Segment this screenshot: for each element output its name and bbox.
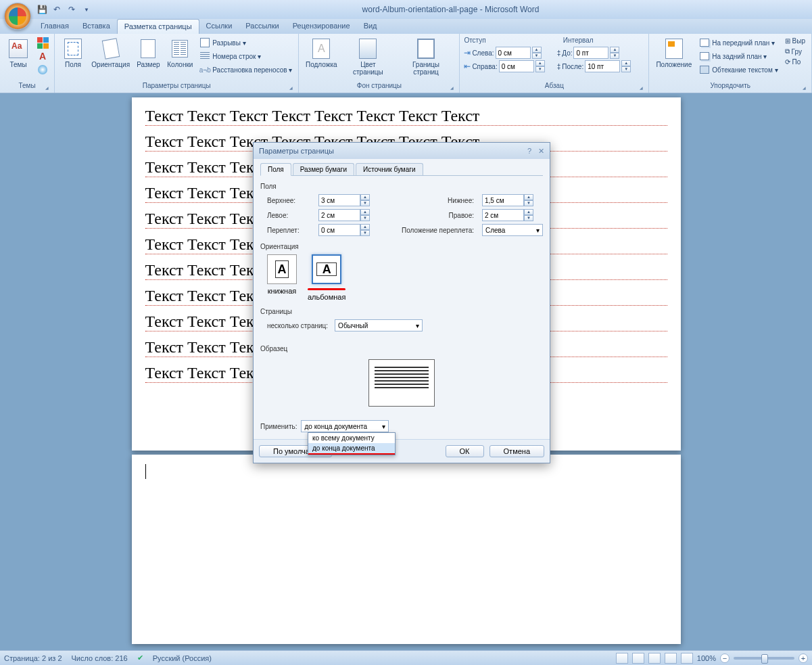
spinner-up[interactable]: ▲ <box>524 209 533 215</box>
apply-option-end-doc[interactable]: до конца документа <box>308 443 395 455</box>
apply-to-select[interactable]: до конца документа▾ <box>301 420 389 432</box>
orientation-button[interactable]: Ориентация <box>90 37 131 70</box>
align-icon: ⊞ <box>785 37 790 45</box>
view-print-layout[interactable] <box>616 653 628 664</box>
spinner-down[interactable]: ▼ <box>535 66 545 72</box>
spinner-up[interactable]: ▲ <box>610 47 619 53</box>
theme-colors-button[interactable] <box>35 37 50 49</box>
space-after-input[interactable] <box>585 60 620 72</box>
proofing-icon[interactable]: ✔ <box>137 653 143 662</box>
multi-pages-select[interactable]: Обычный▾ <box>335 319 423 331</box>
margin-left-input[interactable] <box>318 209 360 221</box>
close-icon[interactable]: ✕ <box>538 147 544 156</box>
hyphenation-button[interactable]: a¬bРасстановка переносов ▾ <box>197 64 294 76</box>
tab-page-layout[interactable]: Разметка страницы <box>117 19 199 34</box>
breaks-button[interactable]: Разрывы ▾ <box>197 37 294 49</box>
undo-icon[interactable]: ↶ <box>51 4 62 15</box>
label-bottom: Нижнее: <box>383 197 478 204</box>
view-web-layout[interactable] <box>648 653 661 664</box>
spinner-down[interactable]: ▼ <box>524 215 533 221</box>
align-button[interactable]: ⊞ Выр <box>783 37 807 45</box>
text-wrap-button[interactable]: Обтекание текстом ▾ <box>697 64 780 76</box>
themes-button[interactable]: Темы <box>4 37 32 70</box>
line-numbers-button[interactable]: Номера строк ▾ <box>197 50 294 62</box>
spinner-down[interactable]: ▼ <box>610 53 619 59</box>
tab-review[interactable]: Рецензирование <box>286 19 357 34</box>
label-multi-pages: несколько страниц: <box>267 322 328 329</box>
spinner-up[interactable]: ▲ <box>360 194 370 200</box>
section-preview: Образец <box>260 345 543 352</box>
spinner-up[interactable]: ▲ <box>360 224 370 230</box>
spinner-up[interactable]: ▲ <box>535 60 545 66</box>
group-button[interactable]: ⧉ Гру <box>783 47 807 56</box>
save-icon[interactable]: 💾 <box>37 4 47 15</box>
rotate-button[interactable]: ⟳ По <box>783 58 807 66</box>
dialog-titlebar[interactable]: Параметры страницы ? ✕ <box>254 143 550 159</box>
dlg-tab-margins[interactable]: Поля <box>260 163 291 176</box>
indent-right-input[interactable] <box>499 60 534 72</box>
group-paragraph: Отступ Интервал ⇥Слева:▲▼ ⇤Справа:▲▼ ‡До… <box>460 34 649 93</box>
zoom-in-button[interactable]: + <box>798 653 808 663</box>
space-before-input[interactable] <box>573 47 608 59</box>
help-icon[interactable]: ? <box>527 147 531 156</box>
tab-references[interactable]: Ссылки <box>199 19 239 34</box>
gutter-input[interactable] <box>318 224 360 236</box>
office-button[interactable] <box>4 3 31 30</box>
page-2[interactable] <box>132 455 681 644</box>
view-full-screen[interactable] <box>632 653 644 664</box>
status-words[interactable]: Число слов: 216 <box>72 654 128 662</box>
spinner-down[interactable]: ▼ <box>360 215 370 221</box>
columns-button[interactable]: Колонки <box>165 37 195 70</box>
size-button[interactable]: Размер <box>134 37 162 70</box>
orientation-portrait[interactable]: A книжная <box>267 254 297 301</box>
theme-fonts-button[interactable]: A <box>35 50 50 62</box>
margin-bottom-input[interactable] <box>482 194 524 206</box>
redo-icon[interactable]: ↷ <box>66 4 77 15</box>
tab-insert[interactable]: Вставка <box>76 19 117 34</box>
margins-button[interactable]: Поля <box>59 37 87 70</box>
label-gutter: Переплет: <box>267 227 314 234</box>
spinner-down[interactable]: ▼ <box>621 66 631 72</box>
status-language[interactable]: Русский (Россия) <box>153 654 212 662</box>
position-button[interactable]: Положение <box>653 37 694 70</box>
spinner-down[interactable]: ▼ <box>532 53 542 59</box>
spinner-down[interactable]: ▼ <box>360 200 370 206</box>
margin-right-input[interactable] <box>482 209 524 221</box>
page-color-button[interactable]: Цвет страницы <box>342 37 394 77</box>
orientation-landscape[interactable]: A альбомная <box>308 254 345 301</box>
spinner-down[interactable]: ▼ <box>524 200 533 206</box>
tab-view[interactable]: Вид <box>357 19 384 34</box>
spinner-up[interactable]: ▲ <box>360 209 370 215</box>
view-outline[interactable] <box>665 653 677 664</box>
apply-option-whole-doc[interactable]: ко всему документу <box>308 433 395 443</box>
spinner-up[interactable]: ▲ <box>524 194 533 200</box>
theme-effects-button[interactable] <box>35 64 50 76</box>
text-line[interactable]: Текст Текст Текст Текст Текст Текст Текс… <box>145 107 667 126</box>
dlg-tab-source[interactable]: Источник бумаги <box>356 163 423 175</box>
spinner-up[interactable]: ▲ <box>621 60 631 66</box>
bring-front-button[interactable]: На передний план ▾ <box>697 37 780 49</box>
tab-home[interactable]: Главная <box>34 19 76 34</box>
status-page[interactable]: Страница: 2 из 2 <box>4 654 62 662</box>
send-back-button[interactable]: На задний план ▾ <box>697 50 780 62</box>
zoom-slider[interactable] <box>734 657 794 660</box>
tab-mailings[interactable]: Рассылки <box>239 19 285 34</box>
zoom-level[interactable]: 100% <box>697 654 716 662</box>
spinner-up[interactable]: ▲ <box>532 47 542 53</box>
dialog-tabs: Поля Размер бумаги Источник бумаги <box>260 163 543 176</box>
indent-right-icon: ⇤ <box>464 62 471 71</box>
watermark-button[interactable]: AПодложка <box>303 37 339 70</box>
margin-top-input[interactable] <box>318 194 360 206</box>
dlg-tab-paper[interactable]: Размер бумаги <box>293 163 354 175</box>
spinner-down[interactable]: ▼ <box>360 230 370 236</box>
qat-dropdown-icon[interactable]: ▼ <box>81 4 92 15</box>
cancel-button[interactable]: Отмена <box>489 445 544 457</box>
indent-left-input[interactable] <box>496 47 531 59</box>
page-borders-button[interactable]: Границы страниц <box>397 37 456 77</box>
gutter-position-select[interactable]: Слева▾ <box>482 224 543 236</box>
spacing-header: Интервал <box>563 37 594 44</box>
ok-button[interactable]: ОК <box>446 445 484 457</box>
view-draft[interactable] <box>681 653 693 664</box>
zoom-out-button[interactable]: − <box>720 653 730 663</box>
hyphenation-icon: a¬b <box>199 64 210 75</box>
